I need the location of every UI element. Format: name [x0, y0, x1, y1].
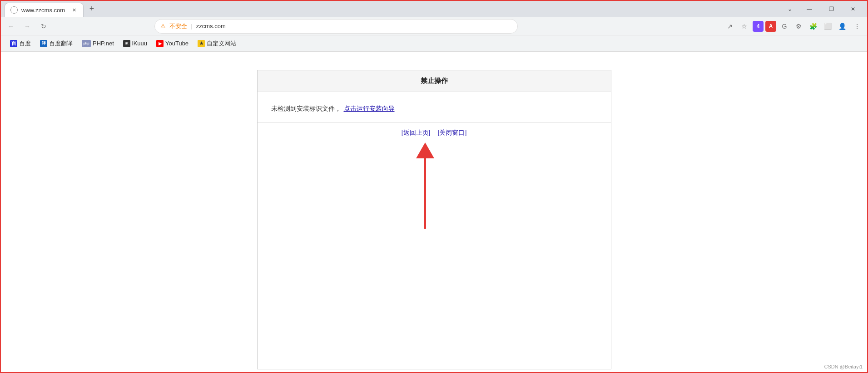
- profile-button[interactable]: 👤: [836, 20, 849, 33]
- bookmark-youtube[interactable]: ▶ YouTube: [153, 38, 192, 49]
- ikuuu-icon: iK: [123, 40, 130, 47]
- back-link[interactable]: [返回上页]: [402, 129, 431, 137]
- baidu-icon: 百: [10, 40, 17, 47]
- tab-close-button[interactable]: ✕: [70, 6, 78, 14]
- baidu-fanyi-label: 百度翻译: [49, 39, 73, 48]
- split-button[interactable]: ⬜: [822, 20, 834, 33]
- dialog-header: 禁止操作: [258, 70, 611, 92]
- bookmark-button[interactable]: ☆: [738, 20, 751, 33]
- custom-icon: ★: [198, 40, 205, 47]
- window-controls: ⌄ — ❐ ✕: [782, 2, 863, 16]
- forward-button[interactable]: →: [21, 20, 34, 33]
- address-bar: ← → ↻ ⚠ 不安全 | zzcms.com ↗ ☆ 4 A G ⚙ 🧩 ⬜ …: [1, 17, 867, 35]
- title-bar: www.zzcms.com ✕ + ⌄ — ❐ ✕: [1, 1, 867, 17]
- active-tab[interactable]: www.zzcms.com ✕: [5, 3, 84, 17]
- share-button[interactable]: ↗: [724, 20, 736, 33]
- phpnet-icon: php: [82, 40, 91, 47]
- bookmark-custom[interactable]: ★ 自定义网站: [194, 38, 240, 49]
- insecure-icon: ⚠: [160, 23, 166, 29]
- bookmarks-bar: 百 百度 译 百度翻译 php PHP.net iK iKuuu ▶ YouTu…: [1, 35, 867, 52]
- url-bar[interactable]: ⚠ 不安全 | zzcms.com: [154, 19, 518, 34]
- minimize-button[interactable]: —: [799, 2, 820, 16]
- message-prefix: 未检测到安装标识文件，: [271, 105, 341, 113]
- message-line: 未检测到安装标识文件， 点击运行安装向导: [271, 105, 597, 113]
- tab-favicon: [10, 6, 18, 14]
- dialog-body: 未检测到安装标识文件， 点击运行安装向导: [258, 92, 611, 122]
- url-text: zzcms.com: [196, 23, 512, 29]
- watermark: CSDN @Beitayi1: [824, 364, 863, 369]
- restore-button[interactable]: ❐: [821, 2, 842, 16]
- bookmark-baidu-fanyi[interactable]: 译 百度翻译: [36, 38, 76, 49]
- settings-button[interactable]: ⚙: [793, 20, 805, 33]
- dialog-footer: [返回上页] [关闭窗口]: [258, 122, 611, 143]
- menu-button[interactable]: ⋮: [851, 20, 863, 33]
- translate-button[interactable]: G: [778, 20, 791, 33]
- install-wizard-link[interactable]: 点击运行安装向导: [344, 105, 395, 113]
- toolbar-actions: ↗ ☆ 4 A G ⚙ 🧩 ⬜ 👤 ⋮: [724, 20, 863, 33]
- close-button[interactable]: ✕: [843, 2, 863, 16]
- tab-strip: www.zzcms.com ✕ +: [5, 1, 98, 17]
- bookmark-ikuuu[interactable]: iK iKuuu: [119, 38, 151, 49]
- bookmark-baidu[interactable]: 百 百度: [6, 38, 35, 49]
- dialog-title: 禁止操作: [421, 77, 448, 84]
- baidu-fanyi-icon: 译: [40, 40, 47, 47]
- extensions-button[interactable]: 🧩: [807, 20, 820, 33]
- insecure-label: 不安全: [169, 22, 187, 30]
- ikuuu-label: iKuuu: [132, 40, 147, 47]
- chrome-dropdown-button[interactable]: ⌄: [782, 2, 798, 16]
- back-button[interactable]: ←: [5, 20, 17, 33]
- bookmark-phpnet[interactable]: php PHP.net: [78, 38, 118, 49]
- youtube-icon: ▶: [156, 40, 164, 47]
- page-content: 禁止操作 未检测到安装标识文件， 点击运行安装向导 [返回上页] [关闭窗口]: [1, 52, 867, 369]
- close-link[interactable]: [关闭窗口]: [438, 129, 467, 137]
- new-tab-button[interactable]: +: [85, 3, 98, 15]
- youtube-label: YouTube: [165, 40, 188, 47]
- custom-label: 自定义网站: [207, 39, 236, 48]
- url-separator: |: [191, 23, 192, 29]
- tab-title: www.zzcms.com: [21, 7, 65, 14]
- ext1-button[interactable]: 4: [753, 21, 764, 32]
- ext2-button[interactable]: A: [765, 21, 776, 32]
- reload-button[interactable]: ↻: [37, 20, 50, 33]
- baidu-label: 百度: [19, 39, 31, 48]
- phpnet-label: PHP.net: [93, 40, 114, 47]
- dialog-box: 禁止操作 未检测到安装标识文件， 点击运行安装向导 [返回上页] [关闭窗口]: [257, 70, 611, 369]
